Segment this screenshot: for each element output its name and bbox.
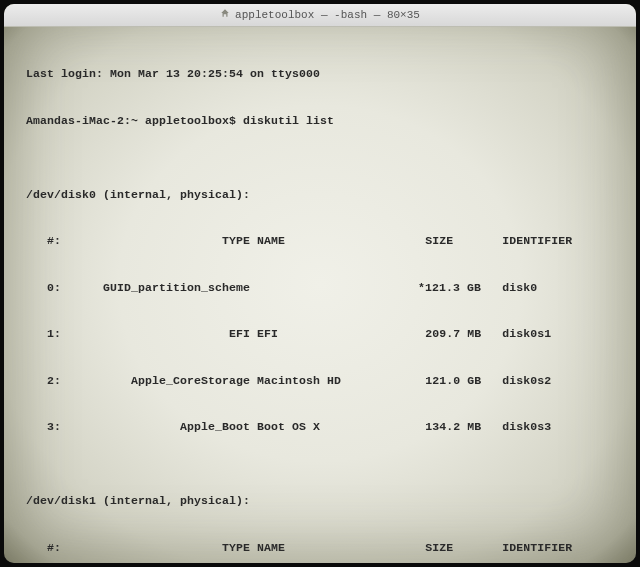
window-title: appletoolbox — -bash — 80×35 — [235, 8, 420, 23]
table-row: 2: Apple_CoreStorage Macintosh HD 121.0 … — [26, 373, 622, 389]
terminal-content[interactable]: Last login: Mon Mar 13 20:25:54 on ttys0… — [4, 27, 636, 563]
table-row: 1: EFI EFI 209.7 MB disk0s1 — [26, 326, 622, 342]
disk-header: /dev/disk1 (internal, physical): — [26, 493, 622, 509]
disk-header: /dev/disk0 (internal, physical): — [26, 187, 622, 203]
table-row: 3: Apple_Boot Boot OS X 134.2 MB disk0s3 — [26, 419, 622, 435]
last-login-line: Last login: Mon Mar 13 20:25:54 on ttys0… — [26, 66, 622, 82]
table-row: 0: GUID_partition_scheme *121.3 GB disk0 — [26, 280, 622, 296]
column-headers: #: TYPE NAME SIZE IDENTIFIER — [26, 540, 622, 556]
window-titlebar[interactable]: appletoolbox — -bash — 80×35 — [4, 4, 636, 27]
column-headers: #: TYPE NAME SIZE IDENTIFIER — [26, 233, 622, 249]
command-line: Amandas-iMac-2:~ appletoolbox$ diskutil … — [26, 113, 622, 129]
command-text: diskutil list — [243, 113, 334, 129]
home-icon — [220, 8, 230, 23]
prompt: Amandas-iMac-2: — [26, 113, 131, 129]
terminal-window: appletoolbox — -bash — 80×35 Last login:… — [4, 4, 636, 563]
